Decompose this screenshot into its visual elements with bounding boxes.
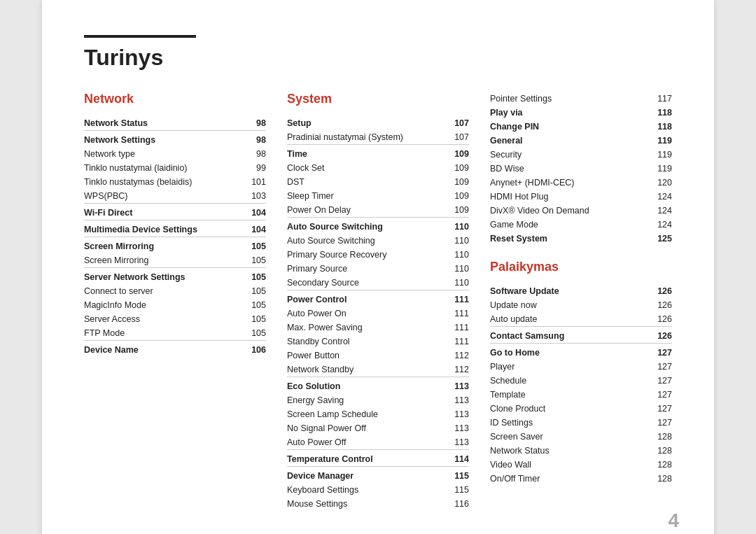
table-row: Schedule127	[490, 374, 672, 388]
row-label: Network Status	[490, 444, 638, 458]
row-label: No Signal Power Off	[287, 421, 445, 435]
page-container: Turinys Network Network Status98Network …	[42, 0, 714, 534]
row-label: Keyboard Settings	[287, 483, 445, 497]
table-row: HDMI Hot Plug124	[490, 190, 672, 204]
table-row: Server Network Settings105	[84, 268, 266, 285]
table-row: Network Standby112	[287, 363, 469, 377]
table-row: Power On Delay109	[287, 203, 469, 218]
row-page: 107	[445, 130, 469, 145]
row-label: Energy Saving	[287, 393, 445, 407]
row-label: Auto Power On	[287, 307, 445, 321]
row-label: Temperature Control	[287, 450, 445, 467]
row-page: 126	[638, 284, 672, 298]
table-row: Energy Saving113	[287, 393, 469, 407]
row-label: Setup	[287, 116, 445, 130]
table-row: Screen Lamp Schedule113	[287, 407, 469, 421]
row-page: 98	[241, 131, 266, 148]
row-page: 109	[445, 175, 469, 189]
table-row: Contact Samsung126	[490, 327, 672, 344]
row-label: Power On Delay	[287, 203, 445, 218]
row-label: Reset System	[490, 232, 645, 246]
table-row: Player127	[490, 360, 672, 374]
row-label: Time	[287, 145, 445, 162]
row-label: Auto Power Off	[287, 435, 445, 450]
row-label: MagicInfo Mode	[84, 298, 241, 312]
table-row: Multimedia Device Settings104	[84, 220, 266, 237]
table-row: Keyboard Settings115	[287, 483, 469, 497]
row-label: Player	[490, 360, 638, 374]
system-section-title: System	[287, 92, 469, 106]
table-row: Reset System125	[490, 232, 672, 246]
row-page: 119	[645, 148, 672, 162]
row-page: 120	[645, 176, 672, 190]
extra-table: Pointer Settings117Play via118Change PIN…	[490, 92, 672, 246]
table-row: Auto Power On111	[287, 307, 469, 321]
row-label: Pradiniai nustatymai (System)	[287, 130, 445, 145]
row-page: 124	[645, 190, 672, 204]
page-number: 4	[668, 510, 679, 532]
row-page: 110	[445, 262, 469, 276]
row-label: Network Settings	[84, 131, 241, 148]
row-page: 105	[241, 284, 266, 298]
row-label: WPS(PBC)	[84, 189, 241, 204]
row-label: Primary Source	[287, 262, 445, 276]
row-label: Schedule	[490, 374, 638, 388]
table-row: Screen Mirroring105	[84, 253, 266, 268]
table-row: BD Wise119	[490, 162, 672, 176]
row-label: FTP Mode	[84, 326, 241, 341]
table-row: Network Status98	[84, 116, 266, 131]
table-row: Wi-Fi Direct104	[84, 204, 266, 220]
row-page: 111	[445, 335, 469, 349]
row-page: 110	[445, 276, 469, 290]
row-page: 105	[241, 326, 266, 341]
row-label: Network Status	[84, 116, 241, 131]
table-row: Game Mode124	[490, 218, 672, 232]
row-page: 105	[241, 298, 266, 312]
table-row: Auto Source Switching110	[287, 234, 469, 248]
row-page: 111	[445, 307, 469, 321]
row-label: Go to Home	[490, 344, 638, 360]
row-page: 98	[241, 147, 266, 161]
row-page: 128	[638, 444, 672, 458]
row-page: 109	[445, 161, 469, 175]
row-label: Wi-Fi Direct	[84, 204, 241, 220]
row-label: Tinklo nustatymai (laidinio)	[84, 161, 241, 175]
table-row: Pradiniai nustatymai (System)107	[287, 130, 469, 145]
row-label: BD Wise	[490, 162, 645, 176]
row-label: Server Access	[84, 312, 241, 326]
row-label: Device Name	[84, 341, 241, 358]
row-label: Standby Control	[287, 335, 445, 349]
row-label: Power Button	[287, 349, 445, 363]
row-page: 109	[445, 145, 469, 162]
row-page: 127	[638, 360, 672, 374]
row-label: Server Network Settings	[84, 268, 241, 285]
row-label: Network type	[84, 147, 241, 161]
row-label: Sleep Timer	[287, 189, 445, 203]
table-row: DivX® Video On Demand124	[490, 204, 672, 218]
row-label: HDMI Hot Plug	[490, 190, 645, 204]
table-row: Clock Set109	[287, 161, 469, 175]
table-row: Network Status128	[490, 444, 672, 458]
row-label: Change PIN	[490, 120, 645, 134]
table-row: Clone Product127	[490, 402, 672, 416]
table-row: Security119	[490, 148, 672, 162]
row-label: Screen Lamp Schedule	[287, 407, 445, 421]
row-page: 113	[445, 407, 469, 421]
table-row: ID Settings127	[490, 416, 672, 430]
table-row: Tinklo nustatymai (laidinio)99	[84, 161, 266, 175]
row-page: 113	[445, 377, 469, 394]
row-label: Auto update	[490, 312, 638, 327]
table-row: Device Name106	[84, 341, 266, 358]
row-page: 127	[638, 344, 672, 360]
table-row: Connect to server105	[84, 284, 266, 298]
row-label: Anynet+ (HDMI-CEC)	[490, 176, 645, 190]
row-label: Software Update	[490, 284, 638, 298]
table-row: DST109	[287, 175, 469, 189]
system-column: System Setup107Pradiniai nustatymai (Sys…	[287, 92, 490, 511]
row-page: 127	[638, 374, 672, 388]
table-row: Sleep Timer109	[287, 189, 469, 203]
palaikymas-section-title: Palaikymas	[490, 260, 672, 274]
row-label: Auto Source Switching	[287, 234, 445, 248]
table-row: Power Button112	[287, 349, 469, 363]
row-label: Power Control	[287, 290, 445, 307]
